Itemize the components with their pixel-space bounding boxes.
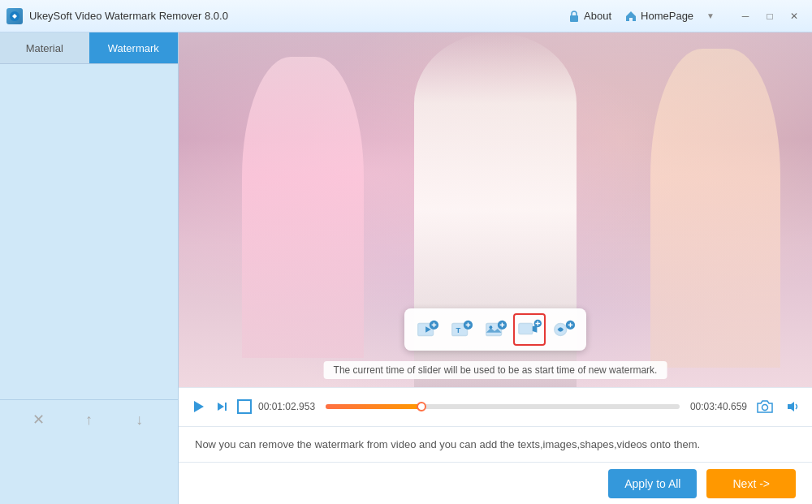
add-text-icon: T	[449, 317, 473, 342]
window-controls: ─ □ ✕	[734, 7, 806, 25]
svg-text:T: T	[456, 325, 460, 334]
progress-fill	[326, 404, 421, 409]
homepage-nav[interactable]: HomePage	[624, 10, 693, 23]
about-label: About	[584, 10, 611, 22]
title-right: About HomePage ▼ ─ □ ✕	[568, 7, 806, 25]
home-icon	[624, 10, 637, 23]
svg-point-29	[762, 405, 768, 411]
down-arrow-icon: ↓	[136, 411, 143, 429]
svg-marker-30	[788, 402, 794, 411]
maximize-button[interactable]: □	[758, 7, 781, 25]
current-time: 00:01:02.953	[258, 401, 319, 412]
play-icon	[191, 399, 205, 414]
add-video-button[interactable]	[513, 313, 546, 346]
app-title: UkeySoft Video Watermark Remover 8.0.0	[29, 10, 228, 22]
homepage-label: HomePage	[641, 10, 693, 22]
delete-item-button[interactable]: ✕	[25, 407, 51, 433]
info-text: Now you can remove the watermark from vi…	[195, 438, 700, 450]
progress-bar[interactable]	[326, 404, 680, 409]
tooltip-text: The current time of slider will be used …	[334, 364, 658, 376]
about-nav[interactable]: About	[568, 10, 611, 23]
move-down-button[interactable]: ↓	[127, 407, 153, 433]
apply-to-all-button[interactable]: Apply to All	[608, 469, 697, 498]
up-arrow-icon: ↑	[85, 411, 93, 429]
add-image-icon	[483, 317, 508, 342]
screenshot-button[interactable]	[754, 395, 776, 418]
play-button[interactable]	[188, 397, 208, 416]
video-area: T	[179, 32, 812, 387]
add-text-button[interactable]: T	[445, 313, 477, 346]
title-left: UkeySoft Video Watermark Remover 8.0.0	[6, 8, 228, 24]
svg-rect-17	[519, 323, 533, 334]
x-icon: ✕	[32, 411, 45, 429]
add-media-button[interactable]	[411, 313, 443, 346]
add-video-icon	[517, 317, 542, 342]
volume-icon	[786, 400, 799, 413]
volume-button[interactable]	[783, 397, 802, 416]
main-content: Material Watermark ✕ ↑ ↓	[0, 32, 812, 504]
total-time: 00:03:40.659	[686, 401, 747, 412]
tooltip-bar: The current time of slider will be used …	[324, 361, 667, 379]
sidebar: Material Watermark ✕ ↑ ↓	[0, 32, 179, 504]
watermark-tab[interactable]: Watermark	[89, 32, 179, 63]
minimize-button[interactable]: ─	[734, 7, 757, 25]
camera-icon	[756, 399, 774, 414]
close-button[interactable]: ✕	[783, 7, 806, 25]
sidebar-actions: ✕ ↑ ↓	[0, 399, 178, 439]
right-content: T	[179, 32, 812, 504]
svg-marker-26	[194, 401, 204, 412]
add-image-button[interactable]	[479, 313, 512, 346]
step-forward-icon	[217, 401, 228, 412]
add-effect-icon	[551, 317, 576, 342]
step-forward-button[interactable]	[214, 398, 231, 415]
video-toolbar: T	[404, 308, 586, 351]
progress-thumb	[417, 402, 426, 411]
tab-bar: Material Watermark	[0, 32, 178, 64]
svg-rect-28	[225, 403, 227, 411]
figure-right	[650, 49, 780, 368]
bottom-info: Now you can remove the watermark from vi…	[179, 426, 812, 463]
material-tab[interactable]: Material	[0, 32, 89, 63]
move-up-button[interactable]: ↑	[76, 407, 102, 433]
svg-rect-1	[570, 15, 578, 22]
figure-left	[242, 57, 364, 358]
app-icon	[6, 8, 23, 24]
svg-marker-27	[218, 403, 224, 411]
add-effect-button[interactable]	[547, 313, 580, 346]
bottom-actions: Apply to All Next ->	[179, 462, 812, 504]
add-media-icon	[415, 317, 439, 342]
dropdown-arrow[interactable]: ▼	[706, 11, 715, 20]
title-bar: UkeySoft Video Watermark Remover 8.0.0 A…	[0, 0, 812, 32]
stop-button[interactable]	[237, 399, 252, 414]
lock-icon	[568, 10, 581, 23]
next-button[interactable]: Next ->	[706, 469, 796, 498]
player-controls: 00:01:02.953 00:03:40.659	[179, 387, 812, 426]
